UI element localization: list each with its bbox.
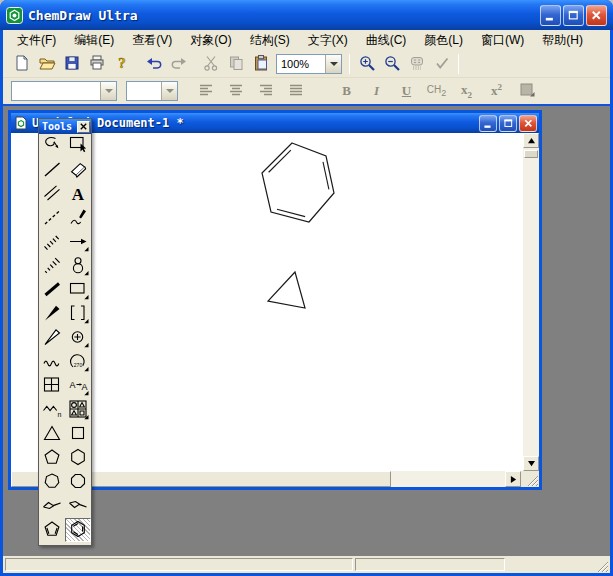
vertical-scrollbar[interactable] [523, 133, 539, 471]
minimize-button[interactable] [540, 5, 561, 26]
chair-cyclohexane-template-1[interactable] [39, 494, 65, 518]
redo-button[interactable] [167, 53, 190, 75]
chemical-symbol-tool[interactable] [65, 326, 91, 350]
benzene-ring-double-bond[interactable] [277, 209, 305, 216]
doc-maximize-button[interactable] [499, 115, 517, 132]
text-tool[interactable]: A [65, 182, 91, 206]
cut-button[interactable] [199, 53, 222, 75]
font-combobox[interactable] [11, 81, 117, 101]
dashed-bond-tool[interactable] [39, 206, 65, 230]
cycloheptane-template[interactable] [39, 470, 65, 494]
cyclopropane-ring[interactable] [268, 272, 305, 308]
document-resize-grip[interactable] [521, 471, 539, 487]
hashed-bond-tool[interactable] [39, 230, 65, 254]
doc-close-button[interactable] [519, 115, 537, 132]
chevron-down-icon[interactable] [325, 55, 341, 73]
new-doc-icon [13, 54, 31, 75]
benzene-template[interactable] [65, 518, 91, 542]
menu-structure[interactable]: 结构(S) [241, 30, 299, 51]
bold-button[interactable]: B [335, 80, 358, 102]
close-button[interactable] [586, 5, 607, 26]
chair-cyclohexane-template-2[interactable] [65, 494, 91, 518]
menu-view[interactable]: 查看(V) [123, 30, 181, 51]
wavy-bond-tool[interactable] [39, 350, 65, 374]
underline-button-label: U [402, 83, 411, 99]
menu-window[interactable]: 窗口(W) [472, 30, 533, 51]
scroll-right-button[interactable] [505, 471, 521, 487]
window-resize-grip[interactable] [596, 559, 609, 572]
chevron-down-icon[interactable] [161, 82, 177, 100]
menu-curves[interactable]: 曲线(C) [357, 30, 416, 51]
hashed-wedge-bond-tool[interactable] [39, 254, 65, 278]
wedge-bond-tool[interactable] [39, 302, 65, 326]
zoom-out-button[interactable] [380, 53, 403, 75]
vertical-scroll-thumb[interactable] [524, 150, 538, 158]
horizontal-scroll-track[interactable] [391, 471, 505, 487]
lasso-tool[interactable] [39, 134, 65, 158]
tools-palette: Tools A270AAn [38, 118, 92, 546]
new-document-button[interactable] [10, 53, 33, 75]
cyclopentadiene-template[interactable] [39, 518, 65, 542]
arrow-tool[interactable] [65, 230, 91, 254]
formula-button[interactable]: CH2 [425, 80, 448, 102]
pen-tool[interactable] [65, 206, 91, 230]
zoom-in-button[interactable] [355, 53, 378, 75]
italic-button[interactable]: I [365, 80, 388, 102]
template-tool[interactable] [65, 398, 91, 422]
menu-object[interactable]: 对象(O) [181, 30, 240, 51]
align-center-button[interactable] [224, 80, 247, 102]
menu-color[interactable]: 颜色(L) [415, 30, 472, 51]
rectangle-tool[interactable] [65, 278, 91, 302]
orbital-tool[interactable] [65, 254, 91, 278]
maximize-button[interactable] [563, 5, 584, 26]
solid-bond-tool[interactable] [39, 158, 65, 182]
print-button[interactable] [85, 53, 108, 75]
cyclopropane-template[interactable] [39, 422, 65, 446]
eraser-tool[interactable] [65, 158, 91, 182]
marquee-tool[interactable] [65, 134, 91, 158]
align-right-button[interactable] [254, 80, 277, 102]
scroll-up-button[interactable] [523, 133, 539, 148]
table-tool[interactable] [39, 374, 65, 398]
align-justify-button[interactable] [284, 80, 307, 102]
atom-to-atom-tool[interactable]: AA [65, 374, 91, 398]
arc-tool[interactable]: 270 [65, 350, 91, 374]
open-button[interactable] [35, 53, 58, 75]
superscript-button[interactable]: x2 [485, 80, 508, 102]
benzene-ring[interactable] [262, 143, 334, 222]
periodic-table-button[interactable] [405, 53, 428, 75]
doc-minimize-button[interactable] [479, 115, 497, 132]
zoom-combobox[interactable]: 100% [276, 54, 342, 74]
cyclohexane-template[interactable] [65, 446, 91, 470]
cyclooctane-template[interactable] [65, 470, 91, 494]
menu-text[interactable]: 文字(X) [299, 30, 357, 51]
subscript-button[interactable]: x2 [455, 80, 478, 102]
tools-palette-titlebar[interactable]: Tools [39, 119, 91, 134]
align-left-button[interactable] [194, 80, 217, 102]
copy-button[interactable] [224, 53, 247, 75]
app-titlebar[interactable]: ChemDraw Ultra [0, 0, 613, 30]
check-structure-button[interactable] [430, 53, 453, 75]
hollow-wedge-bond-tool[interactable] [39, 326, 65, 350]
lasso-icon [41, 134, 63, 159]
character-style-button[interactable] [515, 80, 538, 102]
cyclopentane-template[interactable] [39, 446, 65, 470]
multiple-bond-tool[interactable] [39, 182, 65, 206]
undo-button[interactable] [142, 53, 165, 75]
save-button[interactable] [60, 53, 83, 75]
menu-edit[interactable]: 编辑(E) [65, 30, 123, 51]
underline-button[interactable]: U [395, 80, 418, 102]
tools-palette-close-button[interactable] [77, 121, 90, 133]
bracket-tool[interactable] [65, 302, 91, 326]
menu-help[interactable]: 帮助(H) [533, 30, 592, 51]
paste-button[interactable] [249, 53, 272, 75]
bold-bond-tool[interactable] [39, 278, 65, 302]
benzene-ring-double-bond[interactable] [269, 150, 291, 172]
polymer-tool[interactable]: n [39, 398, 65, 422]
menu-file[interactable]: 文件(F) [8, 30, 65, 51]
font-size-combobox[interactable] [126, 81, 178, 101]
help-button[interactable]: ? [110, 53, 133, 75]
cyclobutane-template[interactable] [65, 422, 91, 446]
scroll-down-button[interactable] [523, 456, 539, 471]
chevron-down-icon[interactable] [100, 82, 116, 100]
